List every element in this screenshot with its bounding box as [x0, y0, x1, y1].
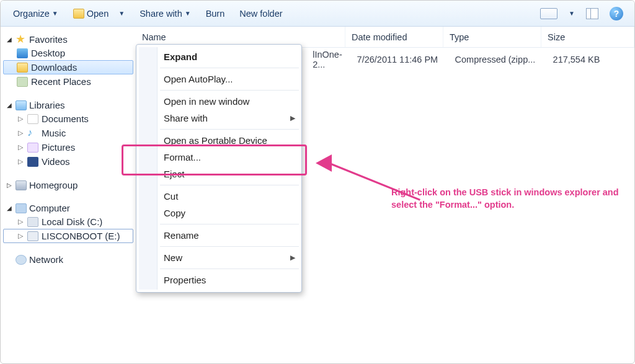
- menu-item-cut[interactable]: Cut: [136, 188, 301, 205]
- sidebar-item-label: Music: [42, 128, 66, 138]
- sidebar-item-downloads[interactable]: Downloads: [3, 60, 133, 74]
- folder-open-icon: [73, 9, 84, 19]
- sidebar-item-label: Pictures: [42, 142, 75, 153]
- network-group: ▷Network: [3, 253, 133, 266]
- menu-item-label: Open AutoPlay...: [164, 74, 233, 84]
- favorites-header[interactable]: ◢★Favorites: [3, 33, 133, 46]
- computer-label: Computer: [29, 203, 70, 213]
- view-options-icon[interactable]: [540, 8, 557, 19]
- network-label: Network: [29, 254, 63, 265]
- sidebar-item-lisconboot[interactable]: ▷LISCONBOOT (E:): [3, 229, 133, 243]
- menu-separator: [160, 68, 299, 68]
- menu-item-properties[interactable]: Properties: [136, 272, 301, 288]
- sidebar-item-label: Documents: [42, 113, 89, 124]
- file-date-cell: 7/26/2011 11:46 PM: [351, 55, 449, 64]
- libraries-header[interactable]: ◢Libraries: [3, 99, 133, 112]
- menu-item-label: Copy: [164, 208, 185, 218]
- menu-item-format[interactable]: Format...: [136, 149, 301, 166]
- chevron-down-icon: ▼: [118, 10, 125, 17]
- chevron-down-icon[interactable]: ▼: [569, 10, 575, 17]
- sidebar-item-label: Desktop: [31, 48, 65, 58]
- menu-item-rename[interactable]: Rename: [136, 227, 301, 244]
- navigation-tree: ◢★Favorites Desktop Downloads Recent Pla…: [1, 27, 136, 363]
- annotation-text: Right-click on the USB stick in windows …: [391, 187, 621, 211]
- column-label: Size: [548, 32, 565, 42]
- sidebar-item-documents[interactable]: ▷Documents: [3, 112, 133, 126]
- expand-icon: ▷: [17, 143, 24, 151]
- new-folder-label: New folder: [239, 9, 282, 19]
- menu-item-label: Expand: [164, 51, 197, 62]
- new-folder-button[interactable]: New folder: [233, 6, 288, 21]
- collapse-icon: ◢: [6, 205, 13, 211]
- sidebar-item-label: Videos: [42, 156, 70, 167]
- menu-separator: [160, 246, 299, 247]
- downloads-icon: [17, 63, 28, 73]
- organize-button[interactable]: Organize▼: [7, 6, 64, 21]
- desktop-icon: [17, 48, 28, 58]
- sidebar-item-videos[interactable]: ▷Videos: [3, 154, 133, 169]
- toolbar-right: ▼ ?: [540, 7, 628, 20]
- column-date[interactable]: Date modified: [345, 27, 443, 47]
- menu-item-label: Cut: [164, 191, 178, 202]
- open-button[interactable]: Open ▼: [67, 6, 131, 21]
- sidebar-item-music[interactable]: ▷♪Music: [3, 126, 133, 140]
- context-menu: Expand Open AutoPlay... Open in new wind…: [136, 44, 302, 293]
- menu-item-label: Open as Portable Device: [164, 135, 267, 146]
- organize-label: Organize: [13, 9, 50, 19]
- chevron-down-icon: ▼: [52, 10, 58, 17]
- column-label: Name: [142, 32, 166, 42]
- network-header[interactable]: ▷Network: [3, 253, 133, 266]
- preview-pane-icon[interactable]: [586, 8, 598, 19]
- menu-item-eject[interactable]: Eject: [136, 166, 301, 182]
- menu-separator: [160, 269, 299, 269]
- file-size-cell: 217,554 KB: [547, 55, 634, 64]
- column-type[interactable]: Type: [443, 27, 541, 47]
- computer-header[interactable]: ◢Computer: [3, 202, 133, 215]
- sidebar-item-pictures[interactable]: ▷Pictures: [3, 140, 133, 154]
- sidebar-item-recent-places[interactable]: Recent Places: [3, 74, 133, 89]
- expand-icon: ▷: [17, 218, 24, 226]
- homegroup-group: ▷Homegroup: [3, 179, 133, 192]
- menu-item-expand[interactable]: Expand: [136, 48, 301, 65]
- libraries-group: ◢Libraries ▷Documents ▷♪Music ▷Pictures …: [3, 99, 133, 169]
- menu-item-new[interactable]: New▶: [136, 249, 301, 266]
- document-icon: [27, 114, 38, 124]
- menu-item-label: Format...: [164, 152, 201, 162]
- sidebar-item-local-disk-c[interactable]: ▷Local Disk (C:): [3, 215, 133, 229]
- favorites-group: ◢★Favorites Desktop Downloads Recent Pla…: [3, 33, 133, 89]
- libraries-icon: [16, 100, 27, 110]
- menu-item-label: Properties: [164, 275, 206, 285]
- computer-icon: [16, 203, 27, 213]
- star-icon: ★: [16, 35, 27, 45]
- homegroup-header[interactable]: ▷Homegroup: [3, 179, 133, 192]
- sidebar-item-label: Recent Places: [31, 76, 91, 87]
- menu-item-label: Share with: [164, 113, 208, 123]
- menu-item-open-as-portable[interactable]: Open as Portable Device: [136, 132, 301, 149]
- expand-icon: ▷: [6, 182, 13, 189]
- network-icon: [16, 255, 27, 265]
- column-label: Date modified: [352, 32, 407, 42]
- burn-button[interactable]: Burn: [200, 6, 231, 21]
- computer-group: ◢Computer ▷Local Disk (C:) ▷LISCONBOOT (…: [3, 202, 133, 243]
- expand-icon: ▷: [17, 129, 24, 137]
- column-size[interactable]: Size: [541, 27, 634, 47]
- submenu-arrow-icon: ▶: [290, 114, 295, 122]
- menu-item-open-new-window[interactable]: Open in new window: [136, 93, 301, 110]
- homegroup-label: Homegroup: [29, 180, 78, 190]
- share-with-button[interactable]: Share with▼: [133, 6, 197, 21]
- sidebar-item-desktop[interactable]: Desktop: [3, 46, 133, 60]
- expand-icon: ▷: [17, 115, 24, 123]
- menu-separator: [160, 224, 299, 224]
- help-icon[interactable]: ?: [610, 7, 623, 20]
- menu-item-label: Open in new window: [164, 96, 249, 107]
- menu-item-label: Rename: [164, 230, 199, 241]
- menu-item-label: Eject: [164, 169, 184, 179]
- usb-drive-icon: [27, 231, 38, 241]
- file-type-cell: Compressed (zipp...: [449, 55, 547, 64]
- libraries-label: Libraries: [29, 100, 65, 110]
- expand-icon: ▷: [17, 158, 24, 166]
- menu-separator: [160, 90, 299, 91]
- menu-item-share-with[interactable]: Share with▶: [136, 110, 301, 127]
- menu-item-copy[interactable]: Copy: [136, 205, 301, 221]
- menu-item-open-autoplay[interactable]: Open AutoPlay...: [136, 71, 301, 87]
